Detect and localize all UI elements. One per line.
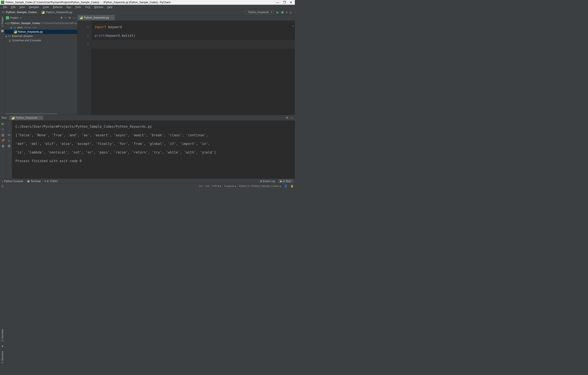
project-tree[interactable]: ▼ 🗀 Python_Sample_Codes C:\Users\User\Py… — [5, 21, 77, 113]
inspection-icon[interactable]: 👤 — [284, 184, 287, 188]
lock-icon[interactable]: 🔒 — [290, 184, 294, 188]
terminal-button[interactable]: ▣ Terminal — [27, 180, 41, 183]
editor-tab-python-keywords[interactable]: Python_Keywords.py × — [77, 15, 115, 21]
rerun-icon[interactable]: ▶ — [2, 122, 4, 125]
breadcrumb-project[interactable]: Python_Sample_Codes — [6, 11, 37, 14]
menu-view[interactable]: View — [18, 5, 27, 9]
settings-icon[interactable]: ✲ — [69, 16, 71, 19]
tree-external-libraries[interactable]: ▶ ⫿⫿ External Libraries — [5, 34, 77, 38]
line-number: 1 — [77, 23, 89, 32]
breadcrumb-file[interactable]: Python_Keywords.py — [46, 11, 73, 14]
tree-venv-label: venv — [17, 26, 23, 29]
tree-scratches-label: Scratches and Consoles — [12, 39, 41, 42]
menu-edit[interactable]: Edit — [9, 5, 17, 9]
run-tab-label: Python_Keywords — [16, 116, 37, 119]
line-number: 3 — [77, 40, 89, 49]
delete-icon[interactable]: 🗑 — [1, 144, 4, 148]
debug-icon[interactable]: ⬢ — [281, 11, 284, 14]
code-text: keyword — [106, 25, 122, 29]
run-label: Run: — [2, 116, 7, 119]
menu-tools[interactable]: Tools — [73, 5, 83, 9]
console-line: ['False', 'None', 'True', 'and', 'as', '… — [15, 131, 291, 139]
pin-icon[interactable]: 📌 — [1, 139, 5, 142]
menu-bar: File Edit View Navigate Code Refactor Ru… — [0, 5, 295, 10]
editor-tabs: Python_Keywords.py × — [77, 15, 295, 21]
maximize-button[interactable]: ❐ — [283, 1, 286, 4]
menu-run[interactable]: Run — [65, 5, 73, 9]
project-title[interactable]: Project — [10, 16, 18, 19]
todo-button[interactable]: ≡ 6: TODO — [44, 180, 58, 183]
tree-file-label: Python_Keywords.py — [18, 30, 43, 33]
run-config-name: Python_Keywords — [248, 11, 269, 14]
tree-file-python-keywords[interactable]: Python_Keywords.py — [5, 30, 77, 34]
menu-vcs[interactable]: VCS — [83, 5, 92, 9]
up-icon[interactable]: ↑ — [8, 122, 10, 125]
dropdown-icon[interactable]: ▾ — [21, 17, 21, 19]
editor-area: Python_Keywords.py × 1 2 3 ✔ import keyw… — [77, 15, 295, 115]
tree-project-path: C:\Users\User\PycharmProjects — [42, 22, 77, 25]
locate-icon[interactable]: ✥ — [60, 16, 63, 19]
tree-external-label: External Libraries — [12, 35, 33, 38]
run-console[interactable]: C:/Users/User/PycharmProjects/Python_Sam… — [12, 121, 295, 179]
tree-project-root[interactable]: ▼ 🗀 Python_Sample_Codes C:\Users\User\Py… — [5, 21, 77, 25]
rail-project[interactable]: 1: Project — [1, 16, 4, 28]
code-keyword: import — [94, 25, 106, 29]
menu-file[interactable]: File — [1, 5, 9, 9]
tree-scratches[interactable]: ◎ Scratches and Consoles — [5, 38, 77, 43]
softwrap-icon[interactable]: ⇆ — [8, 133, 10, 137]
line-separator[interactable]: n/a — [206, 185, 209, 187]
run-toolbar-right: ↑ ↓ ⇆ ⤓ 🖶 — [6, 121, 12, 179]
hide-icon[interactable]: — — [73, 16, 76, 19]
caret-position[interactable]: 3:1 — [199, 185, 203, 187]
window-titlebar: Python_Sample_Codes [C:\Users\User\Pycha… — [0, 0, 295, 5]
console-line: C:/Users/User/PycharmProjects/Python_Sam… — [15, 122, 291, 131]
code-area[interactable]: ✔ import keyword print(keyword.kwlist) — [92, 21, 295, 115]
run-tab[interactable]: Python_Keywords × — [9, 116, 43, 120]
tree-venv-hint: library root — [24, 26, 37, 29]
python-file-icon — [14, 30, 17, 33]
project-header: Project ▾ ✥ ÷ ✲ — — [5, 15, 77, 21]
python-file-icon — [42, 11, 44, 14]
settings-icon[interactable]: ✲ — [286, 116, 288, 119]
rail-icon — [1, 30, 4, 32]
scroll-icon[interactable]: ⤓ — [8, 139, 10, 142]
tab-close-icon[interactable]: × — [111, 16, 113, 19]
tree-project-name: Python_Sample_Codes — [10, 22, 40, 25]
stop-icon[interactable]: ■ — [286, 11, 288, 14]
windows-icon[interactable]: ◫ — [1, 184, 4, 188]
search-icon[interactable]: ⌕ — [290, 10, 292, 14]
editor[interactable]: 1 2 3 ✔ import keyword print(keyword.kwl… — [77, 21, 295, 115]
horizontal-scrollbar[interactable] — [5, 113, 57, 114]
inspections-ok-icon[interactable]: ✔ — [293, 21, 294, 30]
hide-icon[interactable]: — — [290, 116, 293, 119]
collapse-icon[interactable]: ÷ — [65, 16, 66, 19]
python-console-button[interactable]: ⌂ Python Console — [2, 180, 23, 183]
down-icon[interactable]: ↓ — [8, 128, 10, 131]
stop-icon[interactable]: ■ — [2, 128, 4, 131]
layout-icon[interactable]: ▤ — [1, 133, 4, 137]
left-tool-rail: 1: Project — [0, 15, 5, 115]
menu-refactor[interactable]: Refactor — [51, 5, 64, 9]
navigation-bar: 🗀 Python_Sample_Codes 〉 Python_Keywords.… — [0, 10, 295, 15]
tab-close-icon[interactable]: × — [40, 116, 41, 119]
run-button[interactable]: ▶ 4: Run — [278, 179, 293, 183]
event-log-button[interactable]: ◔ Event Log — [260, 180, 275, 183]
editor-tab-label: Python_Keywords.py — [84, 16, 109, 19]
python-interpreter[interactable]: Python 3.7 (Python_Sample_Codes) ▴ — [239, 184, 281, 188]
menu-code[interactable]: Code — [41, 5, 51, 9]
code-text: (keyword.kwlist) — [104, 34, 135, 38]
menu-navigate[interactable]: Navigate — [27, 5, 41, 9]
print-icon[interactable]: 🖶 — [8, 144, 10, 148]
indent-info[interactable]: 4 spaces ▴ — [224, 184, 236, 188]
minimize-button[interactable]: — — [276, 1, 279, 4]
menu-window[interactable]: Window — [92, 5, 105, 9]
close-button[interactable]: ✕ — [290, 1, 292, 4]
run-configuration-dropdown[interactable]: Python_Keywords — [245, 10, 273, 14]
encoding[interactable]: UTF-8 ▴ — [212, 184, 221, 188]
run-icon[interactable]: ▶ — [277, 11, 279, 14]
scratches-icon: ◎ — [8, 39, 11, 42]
folder-icon: 🗀 — [7, 22, 10, 25]
tree-venv[interactable]: ▶ 🗀 venv library root — [5, 25, 77, 30]
menu-help[interactable]: Help — [105, 5, 114, 9]
run-header: Run: Python_Keywords × ✲ — — [0, 115, 295, 121]
